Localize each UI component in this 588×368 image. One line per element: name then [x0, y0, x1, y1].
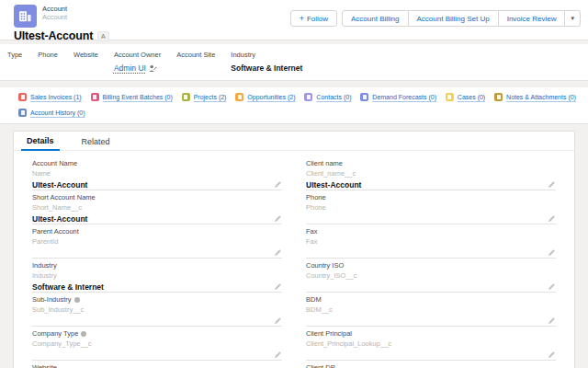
edit-pencil-icon[interactable] — [274, 214, 282, 223]
record-badge: A — [97, 31, 109, 41]
edit-pencil-icon[interactable] — [548, 180, 556, 189]
related-link-opportunities[interactable]: Opportunities (2) — [235, 93, 295, 101]
field-country-iso: Country ISOCountry_ISO__c — [306, 259, 556, 293]
field-value: Software & Internet — [32, 282, 104, 292]
field-company-type: Company TypeCompany_Type__c — [32, 327, 282, 361]
related-links-row: Account History (0) — [18, 109, 576, 117]
field-value-row — [306, 212, 556, 224]
field-label: Parent Account — [32, 227, 79, 236]
field-api-name: Company_Type__c — [32, 339, 282, 348]
highlight-value: Software & Internet — [231, 63, 302, 73]
details-card: DetailsRelated Account NameNameUItest-Ac… — [13, 131, 575, 368]
related-link-label: Sales Invoices (1) — [30, 94, 82, 100]
account-owner-link[interactable]: Admin UI — [114, 63, 146, 73]
related-link-contacts[interactable]: Contacts (0) — [304, 93, 351, 101]
record-actions: +Follow Account BillingAccount Billing S… — [290, 10, 581, 40]
highlight-label: Account Owner — [114, 51, 161, 59]
highlight-value-wrap — [7, 63, 22, 73]
edit-pencil-icon[interactable] — [274, 248, 282, 257]
change-owner-icon[interactable] — [149, 64, 157, 73]
field-label: Website — [32, 363, 57, 368]
field-phone: PhonePhone — [306, 190, 556, 224]
edit-pencil-icon[interactable] — [274, 282, 282, 291]
field-parent-account: Parent AccountParentId — [32, 224, 282, 259]
related-link-projects[interactable]: Projects (2) — [182, 93, 227, 101]
field-value: UItest-Account — [32, 214, 87, 224]
opportunities-icon — [235, 93, 243, 101]
field-label: Client DP — [306, 363, 335, 368]
field-api-name: Industry — [32, 271, 282, 280]
field-label: Client Principal — [306, 329, 352, 338]
edit-pencil-icon[interactable] — [274, 316, 282, 325]
field-fax: FaxFax — [306, 224, 556, 259]
related-link-sales-invoices[interactable]: Sales Invoices (1) — [18, 93, 82, 101]
field-api-name: Client_Principal_Lookup__c — [306, 339, 556, 348]
related-link-demand-forecasts[interactable]: Demand Forecasts (0) — [360, 93, 436, 101]
tab-details[interactable]: Details — [21, 136, 60, 151]
account-record-page: Account Account UItest-Account A +Follow… — [0, 0, 588, 368]
entity-label: Account — [42, 5, 67, 13]
field-api-name: Client_name__c — [306, 169, 556, 178]
related-link-label: Notes & Attachments (0) — [506, 94, 576, 100]
account-billing-set-up-button[interactable]: Account Billing Set Up — [409, 10, 499, 27]
related-link-label: Opportunities (2) — [247, 94, 295, 100]
edit-pencil-icon[interactable] — [274, 351, 282, 359]
field-api-name: Name — [32, 169, 282, 178]
related-link-billing-event-batches[interactable]: Billing Event Batches (0) — [91, 93, 173, 101]
field-label: Country ISO — [306, 261, 344, 270]
field-bdm: BDMBDM__c — [306, 293, 556, 327]
field-api-name: Short_Name__c — [32, 203, 282, 212]
related-link-notes-attachments[interactable]: Notes & Attachments (0) — [494, 93, 576, 101]
highlight-account-owner: Account OwnerAdmin UI — [114, 51, 161, 73]
related-link-account-history[interactable]: Account History (0) — [18, 109, 85, 117]
account-icon — [14, 5, 37, 28]
field-label: Sub-Industry — [32, 295, 72, 304]
more-actions-button[interactable]: ▾ — [565, 10, 581, 27]
sales-invoices-icon — [18, 93, 27, 101]
highlight-value-wrap: Software & Internet — [231, 63, 302, 73]
field-value-row — [306, 246, 556, 259]
related-link-label: Cases (0) — [458, 94, 485, 100]
highlight-industry: IndustrySoftware & Internet — [231, 51, 302, 73]
record-header: Account Account UItest-Account A +Follow… — [0, 0, 588, 40]
highlight-value-wrap — [38, 63, 58, 73]
highlight-value-wrap — [176, 63, 215, 73]
follow-button[interactable]: +Follow — [290, 10, 337, 27]
edit-pencil-icon[interactable] — [548, 214, 556, 223]
highlights-panel: TypePhoneWebsiteAccount OwnerAdmin UIAcc… — [0, 44, 588, 81]
field-value-row — [306, 280, 556, 293]
related-link-label: Projects (2) — [194, 94, 227, 100]
field-value-row — [306, 348, 556, 361]
info-icon[interactable] — [74, 297, 80, 303]
edit-pencil-icon[interactable] — [548, 351, 556, 359]
edit-pencil-icon[interactable] — [548, 282, 556, 291]
related-link-cases[interactable]: Cases (0) — [446, 93, 485, 101]
tab-related[interactable]: Related — [76, 137, 116, 150]
edit-pencil-icon[interactable] — [274, 180, 282, 189]
field-value-row: Software & Internet — [32, 280, 282, 293]
account-history-icon — [18, 109, 27, 117]
edit-pencil-icon[interactable] — [548, 248, 556, 257]
field-client-principal: Client PrincipalClient_Principal_Lookup_… — [306, 327, 556, 361]
info-icon[interactable] — [81, 331, 86, 337]
field-sub-industry: Sub-IndustrySub_Industry__c — [32, 293, 282, 327]
contacts-icon — [304, 93, 312, 101]
field-value-row — [32, 348, 282, 361]
field-account-name: Account NameNameUItest-Account — [32, 156, 282, 190]
edit-pencil-icon[interactable] — [548, 316, 556, 325]
plus-icon: + — [300, 14, 304, 23]
highlight-account-site: Account Site — [176, 51, 215, 73]
account-billing-button[interactable]: Account Billing — [342, 10, 408, 27]
field-value-row — [32, 246, 282, 259]
related-link-label: Billing Event Batches (0) — [103, 94, 173, 100]
tab-bar: DetailsRelated — [14, 132, 574, 151]
related-link-label: Demand Forecasts (0) — [372, 94, 436, 100]
notes-attachments-icon — [494, 93, 503, 101]
field-label: Phone — [306, 193, 326, 201]
cases-icon — [446, 93, 454, 101]
related-links-panel: Sales Invoices (1)Billing Event Batches … — [0, 87, 588, 124]
highlight-label: Phone — [38, 51, 58, 59]
highlight-label: Website — [74, 51, 98, 59]
billing-event-batches-icon — [91, 93, 99, 101]
invoice-review-button[interactable]: Invoice Review — [499, 10, 566, 27]
